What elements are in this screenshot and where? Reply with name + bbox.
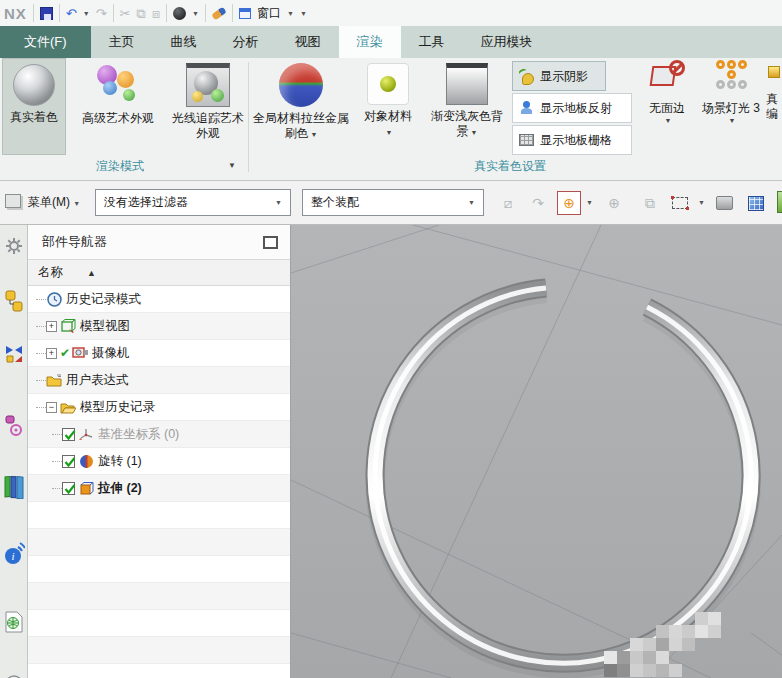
- combo-dropdown-icon[interactable]: ▼: [468, 199, 475, 206]
- dropdown-icon[interactable]: ▼: [386, 129, 393, 136]
- tab-主页[interactable]: 主页: [91, 26, 153, 58]
- undo-dropdown-icon[interactable]: ▼: [83, 10, 90, 17]
- window-icon[interactable]: [239, 8, 251, 19]
- watermark-pixel-block: [708, 612, 721, 625]
- web-page-icon[interactable]: [2, 607, 26, 637]
- ribbon-options-icon[interactable]: ▼: [300, 10, 307, 17]
- save-icon[interactable]: [40, 7, 53, 20]
- dropdown-icon[interactable]: ▼: [640, 117, 696, 124]
- object-material-icon: [367, 63, 409, 105]
- tree-connector: [36, 380, 46, 381]
- measure-icon[interactable]: ⧉: [638, 191, 662, 215]
- point-dialog-icon[interactable]: ⊕: [602, 191, 626, 215]
- watermark-pixel-block: [695, 612, 708, 625]
- menu-sheets-icon[interactable]: [5, 194, 21, 208]
- assembly-constraints-icon[interactable]: [2, 287, 26, 317]
- tree-row[interactable]: +✔摄像机: [28, 340, 290, 367]
- rectangle-select-icon[interactable]: [668, 191, 692, 215]
- tree-row[interactable]: +模型视图: [28, 313, 290, 340]
- clipped-toolbar-icon[interactable]: [777, 191, 782, 213]
- shaded-box-icon[interactable]: [712, 191, 736, 215]
- separator: [33, 4, 34, 22]
- info-icon[interactable]: i: [2, 539, 26, 569]
- tab-视图[interactable]: 视图: [277, 26, 339, 58]
- advanced-art-appearance-button[interactable]: 高级艺术外观: [70, 58, 166, 155]
- selection-scope-combo[interactable]: 整个装配▼: [302, 189, 484, 216]
- show-floor-grid-toggle[interactable]: 显示地板栅格: [512, 125, 632, 155]
- tab-分析[interactable]: 分析: [215, 26, 277, 58]
- feature-checkbox[interactable]: [62, 455, 75, 468]
- history-icon[interactable]: [2, 665, 26, 678]
- sort-ascending-icon[interactable]: ▲: [87, 268, 96, 278]
- float-panel-icon[interactable]: [263, 236, 278, 249]
- feature-checkbox[interactable]: [62, 482, 75, 495]
- floor-reflection-icon: [519, 101, 534, 116]
- tree-row[interactable]: 拉伸 (2): [28, 475, 290, 502]
- no-face-edge-button[interactable]: 无面边 ▼: [638, 60, 696, 124]
- tree-row-label: 旋转 (1): [98, 453, 142, 470]
- paste-icon[interactable]: ⧈: [152, 7, 160, 20]
- separator: [113, 4, 114, 22]
- snap-point-icon[interactable]: ⊕: [557, 191, 581, 215]
- tab-渲染[interactable]: 渲染: [339, 26, 401, 58]
- render-mode-gallery-dropdown-icon[interactable]: ▼: [228, 161, 236, 170]
- copy-icon[interactable]: ⧉: [137, 7, 146, 20]
- gear-icon[interactable]: [2, 231, 26, 261]
- redo-icon[interactable]: ↷: [96, 7, 107, 20]
- menu-button[interactable]: 菜单(M) ▼: [28, 194, 80, 211]
- clipped-ribbon-button[interactable]: 真 编: [766, 58, 782, 155]
- move-component-icon[interactable]: [2, 337, 26, 367]
- expand-icon[interactable]: +: [46, 348, 57, 359]
- tree-connector: [36, 407, 46, 408]
- column-header-row[interactable]: 名称 ▲: [28, 259, 290, 286]
- scene-lights-button[interactable]: 场景灯光 3 ▼: [698, 60, 764, 124]
- tree-row[interactable]: −模型历史记录: [28, 394, 290, 421]
- name-column-header[interactable]: 名称: [38, 264, 63, 281]
- object-material-button[interactable]: 对象材料▼: [352, 58, 424, 155]
- clock-icon: [46, 291, 62, 307]
- collapse-icon[interactable]: −: [46, 402, 57, 413]
- tab-文件(F)[interactable]: 文件(F): [0, 26, 91, 58]
- folder-icon: [46, 372, 62, 388]
- expand-icon[interactable]: +: [46, 321, 57, 332]
- empty-tree-row: [28, 556, 290, 583]
- move-component-icon[interactable]: ↷: [526, 191, 550, 215]
- true-shading-button[interactable]: 真实着色: [2, 58, 66, 155]
- gradient-background-button[interactable]: 渐变浅灰色背景▼: [427, 58, 507, 155]
- library-icon[interactable]: [2, 471, 26, 501]
- tree-row[interactable]: 基准坐标系 (0): [28, 421, 290, 448]
- tab-曲线[interactable]: 曲线: [153, 26, 215, 58]
- show-floor-reflection-toggle[interactable]: 显示地板反射: [512, 93, 632, 123]
- tab-工具[interactable]: 工具: [401, 26, 463, 58]
- tree-row[interactable]: 旋转 (1): [28, 448, 290, 475]
- feature-checkbox[interactable]: [62, 428, 75, 441]
- global-material-button[interactable]: 全局材料拉丝金属刷色▼: [253, 58, 349, 155]
- tree-row[interactable]: 用户表达式: [28, 367, 290, 394]
- assembly-constraints-icon[interactable]: ⧄: [496, 191, 520, 215]
- dropdown-icon[interactable]: ▼: [311, 131, 318, 138]
- render-style-sphere-icon[interactable]: [173, 7, 186, 20]
- tree-row[interactable]: 历史记录模式: [28, 286, 290, 313]
- selection-filter-combo[interactable]: 没有选择过滤器▼: [95, 189, 291, 216]
- show-shadows-toggle[interactable]: 显示阴影: [512, 61, 606, 91]
- snap-point-dropdown-icon[interactable]: ▼: [586, 199, 593, 206]
- visualization-cube-icon[interactable]: [744, 191, 768, 215]
- combo-dropdown-icon[interactable]: ▼: [275, 199, 282, 206]
- select-dropdown-icon[interactable]: ▼: [698, 199, 705, 206]
- brush-icon[interactable]: [211, 6, 226, 20]
- undo-icon[interactable]: ↶: [66, 7, 77, 20]
- ray-traced-art-appearance-button[interactable]: 光线追踪艺术外观: [170, 58, 246, 155]
- extrude-icon: [78, 480, 94, 496]
- tab-应用模块[interactable]: 应用模块: [463, 26, 551, 58]
- camera-icon: [72, 345, 88, 361]
- watermark-pixel-block: [617, 651, 630, 664]
- cut-icon[interactable]: ✂: [120, 7, 131, 20]
- dropdown-icon[interactable]: ▼: [700, 117, 764, 124]
- selection-toolbar: 菜单(M) ▼ 没有选择过滤器▼ 整个装配▼ ⧄ ↷ ⊕ ▼ ⊕ ⧉ ▼: [0, 181, 782, 225]
- graphics-viewport[interactable]: [291, 225, 782, 678]
- symbols-icon[interactable]: [2, 411, 26, 441]
- window-dropdown-icon[interactable]: ▼: [287, 10, 294, 17]
- dropdown-icon[interactable]: ▼: [192, 10, 199, 17]
- dropdown-icon[interactable]: ▼: [471, 129, 478, 136]
- window-menu[interactable]: 窗口: [257, 5, 281, 22]
